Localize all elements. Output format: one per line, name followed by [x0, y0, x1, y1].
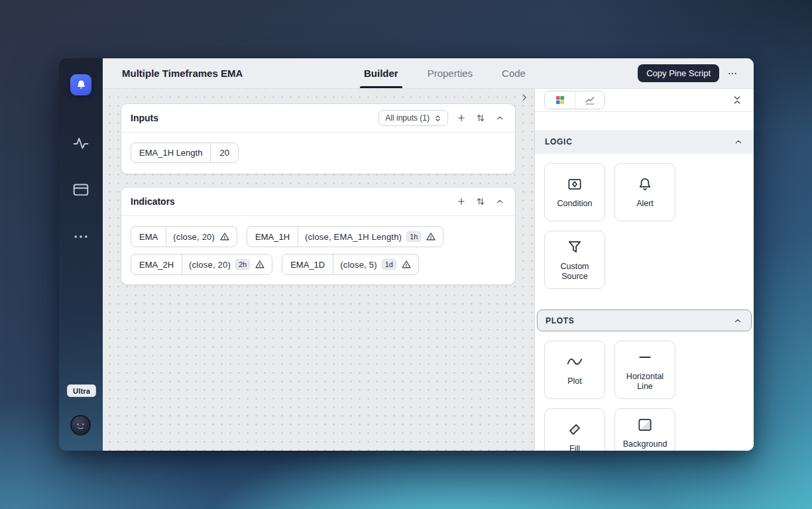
indicators-panel-title: Indicators	[131, 196, 175, 207]
card-horizontal-line[interactable]: Horizontal Line	[614, 341, 675, 399]
section-header-plots[interactable]: PLOTS	[537, 310, 752, 331]
indicator-args: (close, 20)	[189, 260, 231, 270]
bell-icon	[76, 80, 87, 91]
chevron-right-icon	[518, 91, 530, 103]
panel-collapse-handle[interactable]	[518, 91, 530, 103]
library-tabbar	[535, 89, 754, 112]
tab-properties[interactable]: Properties	[413, 58, 487, 88]
chart-line-icon	[585, 95, 595, 105]
card-plot[interactable]: Plot	[544, 341, 605, 399]
collapse-indicators-button[interactable]	[494, 196, 506, 207]
sort-indicators-button[interactable]	[475, 196, 487, 207]
timeframe-badge: 1d	[382, 259, 396, 270]
chevron-up-icon	[733, 137, 744, 147]
section-header-logic[interactable]: LOGIC	[535, 130, 754, 154]
inputs-panel: Inputs All inputs (1)	[121, 103, 516, 174]
indicator-name: EMA_1D	[282, 254, 333, 274]
components-grid-icon	[555, 95, 565, 105]
indicator-name: EMA	[131, 227, 166, 247]
card-condition[interactable]: Condition	[544, 163, 605, 221]
condition-icon	[566, 176, 583, 193]
sort-inputs-button[interactable]	[475, 112, 487, 124]
builder-window: Ultra Multiple Timeframes EMA Builder Pr…	[59, 58, 754, 451]
indicator-args: (close, 5)	[340, 260, 377, 270]
input-name: EMA_1H Length	[131, 143, 211, 162]
copy-pine-script-button[interactable]: Copy Pine Script	[638, 64, 719, 82]
background-color-icon	[636, 416, 654, 433]
sort-icon	[475, 113, 486, 123]
tab-components[interactable]	[545, 91, 575, 109]
ellipsis-icon	[72, 228, 89, 245]
library-view-switch	[544, 91, 605, 109]
section-title: LOGIC	[545, 137, 573, 146]
indicator-name: EMA_1H	[247, 227, 298, 247]
app-sidebar: Ultra	[59, 58, 103, 451]
indicator-pill[interactable]: EMA_1D (close, 5) 1d	[282, 254, 419, 275]
collapse-library-button[interactable]	[731, 93, 744, 107]
input-value[interactable]: 20	[211, 143, 237, 162]
custom-source-icon	[566, 239, 583, 256]
inputs-panel-title: Inputs	[131, 113, 158, 123]
card-fill[interactable]: Fill	[544, 408, 605, 451]
indicator-args: (close, 20)	[173, 232, 215, 242]
chevron-select-icon	[434, 115, 441, 122]
view-tabs: Builder Properties Code	[349, 58, 540, 88]
fill-icon	[566, 421, 583, 438]
alert-bell-icon	[636, 176, 654, 193]
tab-chart-preview[interactable]	[575, 91, 605, 109]
indicator-pill[interactable]: EMA_2H (close, 20) 2h	[131, 254, 272, 275]
indicator-name: EMA_2H	[131, 254, 182, 274]
page-title: Multiple Timeframes EMA	[122, 68, 243, 79]
sidebar-item-charts[interactable]	[72, 135, 89, 152]
add-input-button[interactable]	[455, 112, 467, 124]
section-title: PLOTS	[546, 316, 575, 325]
timeframe-badge: 2h	[235, 259, 250, 270]
tab-builder[interactable]: Builder	[349, 58, 413, 88]
chevron-up-icon	[494, 196, 505, 207]
card-icon	[72, 181, 89, 198]
component-library-panel: LOGIC Condition	[534, 89, 754, 451]
ellipsis-icon	[727, 68, 738, 79]
timeframe-badge: 1h	[406, 231, 421, 242]
plot-wave-icon	[566, 353, 583, 370]
card-custom-source[interactable]: Custom Source	[544, 231, 605, 289]
add-indicator-button[interactable]	[455, 196, 467, 207]
indicators-panel: Indicators	[121, 187, 516, 285]
app-logo[interactable]	[70, 74, 91, 95]
warning-triangle-icon[interactable]	[401, 259, 412, 270]
plus-icon	[456, 113, 467, 123]
warning-triangle-icon[interactable]	[255, 259, 265, 270]
plus-icon	[456, 196, 467, 207]
chevron-up-icon	[494, 113, 505, 123]
plot-cards: Plot Horizontal Line	[535, 331, 754, 451]
activity-icon	[72, 135, 89, 152]
chevron-up-icon	[732, 315, 743, 326]
builder-canvas: Inputs All inputs (1)	[103, 89, 534, 451]
sort-icon	[475, 196, 486, 207]
tab-code[interactable]: Code	[487, 58, 540, 88]
warning-triangle-icon[interactable]	[426, 231, 436, 242]
sidebar-item-cards[interactable]	[72, 181, 89, 198]
inputs-filter-dropdown[interactable]: All inputs (1)	[378, 110, 448, 126]
library-scroll-area: LOGIC Condition	[535, 112, 754, 451]
logic-cards: Condition Alert	[535, 154, 754, 298]
plan-badge: Ultra	[67, 384, 96, 397]
input-field-row[interactable]: EMA_1H Length 20	[131, 142, 239, 163]
sidebar-item-more[interactable]	[72, 228, 89, 245]
indicator-pill[interactable]: EMA_1H (close, EMA_1H Length) 1h	[247, 226, 443, 247]
indicator-pill[interactable]: EMA (close, 20)	[131, 226, 237, 247]
window-more-button[interactable]	[725, 66, 740, 82]
warning-triangle-icon[interactable]	[219, 231, 230, 242]
card-alert[interactable]: Alert	[614, 163, 675, 221]
card-background-color[interactable]: Background Color	[614, 408, 675, 451]
user-avatar[interactable]	[70, 415, 91, 435]
window-header: Multiple Timeframes EMA Builder Properti…	[103, 58, 754, 89]
indicator-args: (close, EMA_1H Length)	[305, 232, 402, 242]
horizontal-line-icon	[636, 349, 654, 366]
collapse-vertical-icon	[731, 94, 744, 106]
collapse-inputs-button[interactable]	[494, 112, 506, 124]
